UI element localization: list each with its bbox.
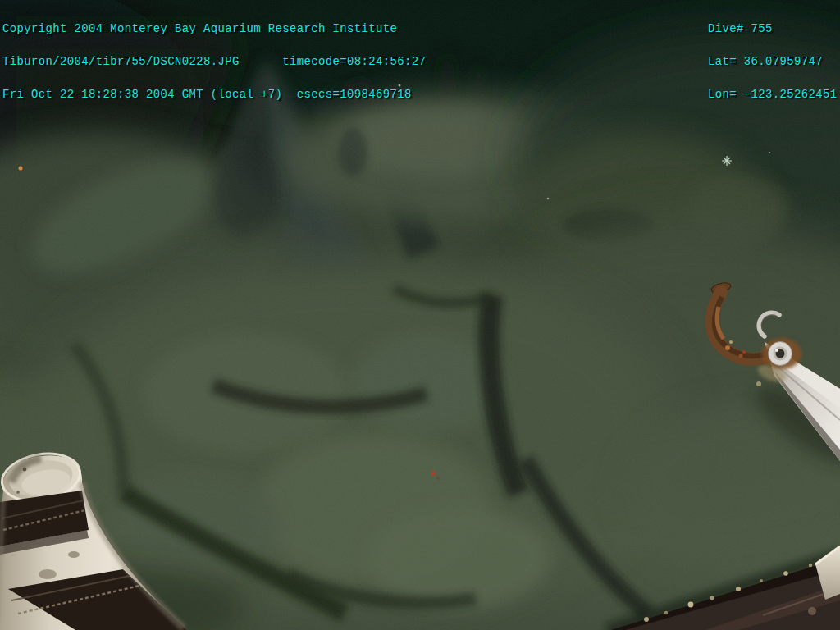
orange-speck (19, 167, 23, 171)
red-speck (431, 471, 436, 476)
overlay-top-right: Dive# 755 Lat= 36.07959747 Lon= -123.252… (708, 2, 838, 122)
overlay-bottom: Depth= 3673.4 m Temp= 1.558 C Sal= 34.55… (2, 614, 569, 630)
overlay-top-left: Copyright 2004 Monterey Bay Aquarium Res… (2, 2, 426, 122)
longitude-readout: Lon= -123.25262451 (708, 89, 838, 100)
dive-number: Dive# 755 (708, 24, 838, 34)
file-timecode-line: Tiburon/2004/tibr755/DSCN0228.JPG timeco… (2, 57, 426, 67)
photo-frame: Copyright 2004 Monterey Bay Aquarium Res… (0, 0, 840, 630)
datetime-line: Fri Oct 22 18:28:38 2004 GMT (local +7) … (2, 89, 426, 100)
copyright-line: Copyright 2004 Monterey Bay Aquarium Res… (2, 24, 426, 34)
latitude-readout: Lat= 36.07959747 (708, 57, 838, 67)
